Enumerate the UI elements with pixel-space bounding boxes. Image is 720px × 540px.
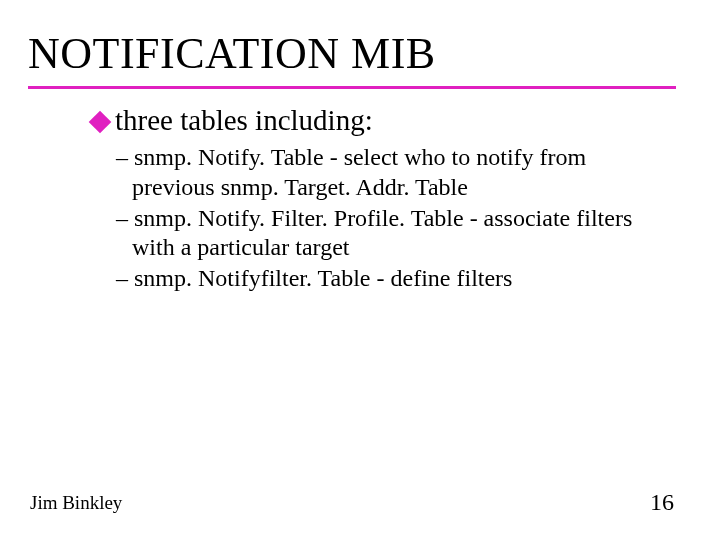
slide: NOTIFICATION MIB three tables including:… bbox=[0, 0, 720, 540]
slide-title: NOTIFICATION MIB bbox=[28, 28, 436, 79]
sub-bullet-item: – snmp. Notify. Filter. Profile. Table -… bbox=[116, 204, 656, 263]
diamond-bullet-icon bbox=[89, 111, 112, 134]
sub-bullet-item: – snmp. Notify. Table - select who to no… bbox=[116, 143, 656, 202]
sub-bullet-list: – snmp. Notify. Table - select who to no… bbox=[116, 143, 656, 293]
footer-author: Jim Binkley bbox=[30, 492, 122, 514]
slide-body: three tables including: – snmp. Notify. … bbox=[94, 104, 674, 296]
sub-bullet-item: – snmp. Notifyfilter. Table - define fil… bbox=[116, 264, 656, 293]
bullet-text: three tables including: bbox=[115, 104, 373, 136]
bullet-level-1: three tables including: bbox=[94, 104, 674, 137]
title-underline bbox=[28, 86, 676, 89]
footer-page-number: 16 bbox=[650, 489, 674, 516]
